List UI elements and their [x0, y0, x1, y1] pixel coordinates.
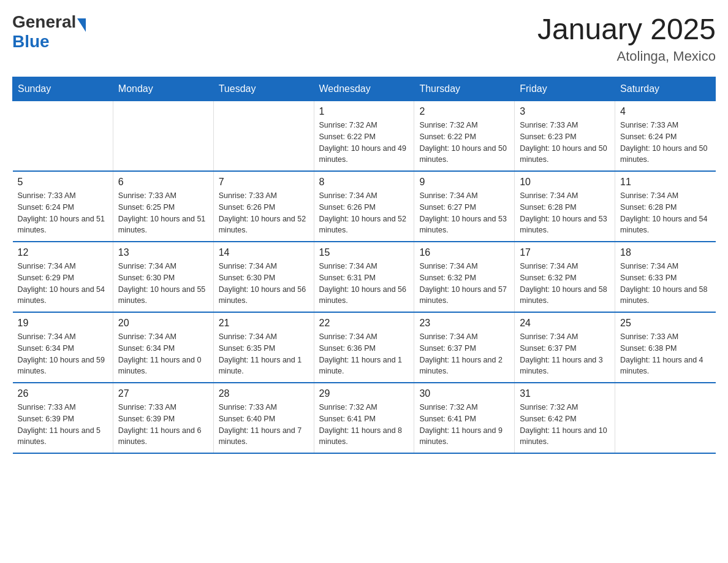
day-number: 30 — [419, 388, 509, 399]
calendar-week-row: 19Sunrise: 7:34 AM Sunset: 6:34 PM Dayli… — [13, 312, 716, 383]
calendar-day-cell — [615, 383, 716, 453]
day-number: 28 — [219, 388, 309, 399]
calendar-day-cell — [113, 101, 213, 172]
day-info: Sunrise: 7:34 AM Sunset: 6:37 PM Dayligh… — [419, 331, 509, 377]
day-info: Sunrise: 7:34 AM Sunset: 6:30 PM Dayligh… — [219, 261, 309, 307]
day-info: Sunrise: 7:34 AM Sunset: 6:37 PM Dayligh… — [520, 331, 610, 377]
calendar-day-cell: 13Sunrise: 7:34 AM Sunset: 6:30 PM Dayli… — [113, 242, 213, 312]
calendar-day-cell: 29Sunrise: 7:32 AM Sunset: 6:41 PM Dayli… — [314, 383, 414, 453]
day-info: Sunrise: 7:34 AM Sunset: 6:31 PM Dayligh… — [319, 261, 409, 307]
calendar-day-cell: 14Sunrise: 7:34 AM Sunset: 6:30 PM Dayli… — [213, 242, 314, 312]
day-number: 18 — [620, 247, 710, 258]
day-number: 21 — [219, 318, 309, 329]
day-info: Sunrise: 7:33 AM Sunset: 6:40 PM Dayligh… — [219, 402, 309, 448]
logo: General Blue — [12, 12, 86, 52]
day-info: Sunrise: 7:34 AM Sunset: 6:33 PM Dayligh… — [620, 261, 710, 307]
day-of-week-header: Wednesday — [314, 77, 414, 101]
calendar-day-cell: 19Sunrise: 7:34 AM Sunset: 6:34 PM Dayli… — [13, 312, 113, 383]
day-info: Sunrise: 7:34 AM Sunset: 6:27 PM Dayligh… — [419, 190, 509, 236]
day-info: Sunrise: 7:34 AM Sunset: 6:36 PM Dayligh… — [319, 331, 409, 377]
day-info: Sunrise: 7:32 AM Sunset: 6:41 PM Dayligh… — [319, 402, 409, 448]
calendar-day-cell: 16Sunrise: 7:34 AM Sunset: 6:32 PM Dayli… — [414, 242, 515, 312]
calendar-day-cell: 31Sunrise: 7:32 AM Sunset: 6:42 PM Dayli… — [515, 383, 615, 453]
calendar-day-cell: 30Sunrise: 7:32 AM Sunset: 6:41 PM Dayli… — [414, 383, 515, 453]
day-info: Sunrise: 7:34 AM Sunset: 6:34 PM Dayligh… — [118, 331, 208, 377]
calendar-table: SundayMondayTuesdayWednesdayThursdayFrid… — [12, 77, 716, 454]
day-info: Sunrise: 7:32 AM Sunset: 6:41 PM Dayligh… — [419, 402, 509, 448]
calendar-day-cell: 27Sunrise: 7:33 AM Sunset: 6:39 PM Dayli… — [113, 383, 213, 453]
day-info: Sunrise: 7:33 AM Sunset: 6:23 PM Dayligh… — [520, 120, 610, 166]
day-of-week-header: Monday — [113, 77, 213, 101]
calendar-day-cell: 17Sunrise: 7:34 AM Sunset: 6:32 PM Dayli… — [515, 242, 615, 312]
day-info: Sunrise: 7:32 AM Sunset: 6:22 PM Dayligh… — [319, 120, 409, 166]
day-number: 7 — [219, 177, 309, 188]
calendar-day-cell: 20Sunrise: 7:34 AM Sunset: 6:34 PM Dayli… — [113, 312, 213, 383]
calendar-day-cell: 3Sunrise: 7:33 AM Sunset: 6:23 PM Daylig… — [515, 101, 615, 172]
calendar-day-cell: 25Sunrise: 7:33 AM Sunset: 6:38 PM Dayli… — [615, 312, 716, 383]
calendar-day-cell — [13, 101, 113, 172]
day-number: 14 — [219, 247, 309, 258]
day-number: 31 — [520, 388, 610, 399]
day-info: Sunrise: 7:34 AM Sunset: 6:28 PM Dayligh… — [520, 190, 610, 236]
calendar-header-row: SundayMondayTuesdayWednesdayThursdayFrid… — [13, 77, 716, 101]
day-number: 13 — [118, 247, 208, 258]
logo-blue-text: Blue — [12, 32, 86, 52]
calendar-week-row: 5Sunrise: 7:33 AM Sunset: 6:24 PM Daylig… — [13, 171, 716, 242]
day-number: 22 — [319, 318, 409, 329]
day-of-week-header: Tuesday — [213, 77, 314, 101]
day-number: 11 — [620, 177, 710, 188]
day-number: 12 — [18, 247, 108, 258]
calendar-title: January 2025 — [537, 12, 716, 46]
day-number: 25 — [620, 318, 710, 329]
day-of-week-header: Saturday — [615, 77, 716, 101]
day-number: 24 — [520, 318, 610, 329]
calendar-day-cell: 26Sunrise: 7:33 AM Sunset: 6:39 PM Dayli… — [13, 383, 113, 453]
calendar-day-cell — [213, 101, 314, 172]
day-info: Sunrise: 7:33 AM Sunset: 6:24 PM Dayligh… — [18, 190, 108, 236]
day-info: Sunrise: 7:34 AM Sunset: 6:35 PM Dayligh… — [219, 331, 309, 377]
calendar-week-row: 12Sunrise: 7:34 AM Sunset: 6:29 PM Dayli… — [13, 242, 716, 312]
calendar-week-row: 1Sunrise: 7:32 AM Sunset: 6:22 PM Daylig… — [13, 101, 716, 172]
day-of-week-header: Sunday — [13, 77, 113, 101]
day-of-week-header: Friday — [515, 77, 615, 101]
day-info: Sunrise: 7:32 AM Sunset: 6:42 PM Dayligh… — [520, 402, 610, 448]
calendar-day-cell: 28Sunrise: 7:33 AM Sunset: 6:40 PM Dayli… — [213, 383, 314, 453]
calendar-day-cell: 15Sunrise: 7:34 AM Sunset: 6:31 PM Dayli… — [314, 242, 414, 312]
day-info: Sunrise: 7:34 AM Sunset: 6:26 PM Dayligh… — [319, 190, 409, 236]
logo-triangle-icon — [77, 18, 86, 32]
day-info: Sunrise: 7:34 AM Sunset: 6:29 PM Dayligh… — [18, 261, 108, 307]
day-info: Sunrise: 7:34 AM Sunset: 6:34 PM Dayligh… — [18, 331, 108, 377]
day-number: 6 — [118, 177, 208, 188]
calendar-day-cell: 21Sunrise: 7:34 AM Sunset: 6:35 PM Dayli… — [213, 312, 314, 383]
day-info: Sunrise: 7:34 AM Sunset: 6:28 PM Dayligh… — [620, 190, 710, 236]
calendar-day-cell: 18Sunrise: 7:34 AM Sunset: 6:33 PM Dayli… — [615, 242, 716, 312]
title-section: January 2025 Atolinga, Mexico — [537, 12, 716, 64]
calendar-day-cell: 23Sunrise: 7:34 AM Sunset: 6:37 PM Dayli… — [414, 312, 515, 383]
day-info: Sunrise: 7:34 AM Sunset: 6:32 PM Dayligh… — [520, 261, 610, 307]
day-number: 16 — [419, 247, 509, 258]
day-number: 17 — [520, 247, 610, 258]
day-number: 10 — [520, 177, 610, 188]
calendar-day-cell: 5Sunrise: 7:33 AM Sunset: 6:24 PM Daylig… — [13, 171, 113, 242]
day-info: Sunrise: 7:34 AM Sunset: 6:30 PM Dayligh… — [118, 261, 208, 307]
day-number: 5 — [18, 177, 108, 188]
day-number: 29 — [319, 388, 409, 399]
day-number: 9 — [419, 177, 509, 188]
day-info: Sunrise: 7:32 AM Sunset: 6:22 PM Dayligh… — [419, 120, 509, 166]
day-info: Sunrise: 7:33 AM Sunset: 6:25 PM Dayligh… — [118, 190, 208, 236]
day-number: 2 — [419, 106, 509, 117]
day-info: Sunrise: 7:34 AM Sunset: 6:32 PM Dayligh… — [419, 261, 509, 307]
calendar-day-cell: 9Sunrise: 7:34 AM Sunset: 6:27 PM Daylig… — [414, 171, 515, 242]
day-info: Sunrise: 7:33 AM Sunset: 6:39 PM Dayligh… — [18, 402, 108, 448]
calendar-day-cell: 12Sunrise: 7:34 AM Sunset: 6:29 PM Dayli… — [13, 242, 113, 312]
day-number: 19 — [18, 318, 108, 329]
day-of-week-header: Thursday — [414, 77, 515, 101]
page-header: General Blue January 2025 Atolinga, Mexi… — [12, 12, 716, 64]
day-number: 1 — [319, 106, 409, 117]
logo-general-text: General — [12, 12, 76, 32]
calendar-week-row: 26Sunrise: 7:33 AM Sunset: 6:39 PM Dayli… — [13, 383, 716, 453]
day-info: Sunrise: 7:33 AM Sunset: 6:39 PM Dayligh… — [118, 402, 208, 448]
calendar-subtitle: Atolinga, Mexico — [537, 48, 716, 64]
day-number: 26 — [18, 388, 108, 399]
day-info: Sunrise: 7:33 AM Sunset: 6:38 PM Dayligh… — [620, 331, 710, 377]
